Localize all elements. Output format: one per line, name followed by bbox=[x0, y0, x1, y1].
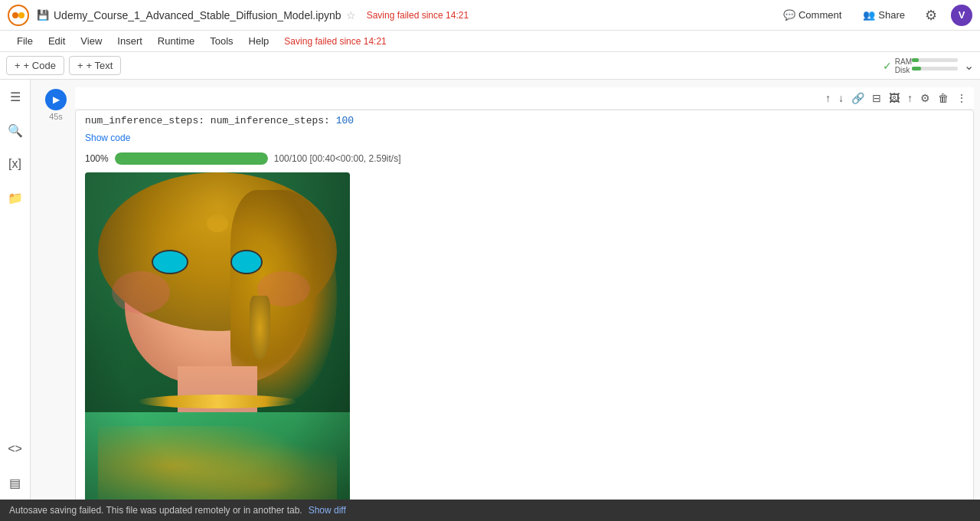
cell-code-line: num_inference_steps: num_inference_steps… bbox=[76, 110, 973, 131]
svg-point-2 bbox=[18, 12, 24, 18]
progress-bar-wrap bbox=[115, 152, 268, 165]
saving-status: Saving failed since 14:21 bbox=[367, 10, 469, 21]
settings-cell-icon[interactable]: ⚙ bbox=[918, 90, 933, 106]
expand-button[interactable]: ⌄ bbox=[964, 58, 974, 73]
main-area: ☰ 🔍 [x] 📁 <> ▤ ▶ 45s ↑ ↓ 🔗 ⊟ 🖼 ↑ bbox=[0, 80, 980, 500]
link-icon[interactable]: 🔗 bbox=[849, 90, 867, 106]
left-sidebar: ☰ 🔍 [x] 📁 <> ▤ bbox=[0, 80, 31, 500]
cell-run-time: 45s bbox=[49, 112, 63, 121]
toolbar-right: ✓ RAM Disk ⌄ bbox=[883, 57, 974, 74]
delete-cell-icon[interactable]: 🗑 bbox=[936, 90, 951, 106]
notebook-title[interactable]: Udemy_Course_1_Advanced_Stable_Diffusion… bbox=[54, 9, 341, 21]
saving-failed-status: Saving failed since 14:21 bbox=[284, 36, 386, 47]
sidebar-variable-icon[interactable]: [x] bbox=[5, 153, 26, 175]
progress-info: 100/100 [00:40<00:00, 2.59it/s] bbox=[274, 153, 401, 164]
sidebar-folder-icon[interactable]: 📁 bbox=[5, 187, 26, 208]
sidebar-menu-icon[interactable]: ☰ bbox=[5, 86, 26, 107]
comment-icon: 💬 bbox=[783, 9, 795, 21]
menu-file[interactable]: File bbox=[11, 34, 39, 48]
top-bar: 💾 Udemy_Course_1_Advanced_Stable_Diffusi… bbox=[0, 0, 980, 31]
comment-button[interactable]: 💬 Comment bbox=[777, 6, 848, 24]
user-avatar[interactable]: V bbox=[951, 5, 972, 26]
move-up-icon[interactable]: ↑ bbox=[823, 90, 833, 106]
menu-bar: File Edit View Insert Runtime Tools Help… bbox=[0, 31, 980, 52]
output-icon[interactable]: ⊟ bbox=[870, 90, 884, 106]
menu-help[interactable]: Help bbox=[243, 34, 276, 48]
progress-percent: 100% bbox=[85, 153, 109, 164]
toolbar: + + Code + + Text ✓ RAM Disk ⌄ bbox=[0, 52, 980, 80]
notebook-title-area: 💾 Udemy_Course_1_Advanced_Stable_Diffusi… bbox=[37, 9, 769, 21]
cell-wrapper: ▶ 45s ↑ ↓ 🔗 ⊟ 🖼 ↑ ⚙ 🗑 ⋮ bbox=[31, 86, 980, 500]
upload-icon[interactable]: ↑ bbox=[905, 90, 915, 106]
plus-text-icon: + bbox=[77, 60, 83, 71]
cell-body: num_inference_steps: num_inference_steps… bbox=[75, 110, 974, 500]
generated-image-wrap bbox=[76, 169, 973, 500]
star-icon[interactable]: ☆ bbox=[346, 9, 356, 21]
show-code-link[interactable]: Show code bbox=[76, 131, 973, 149]
check-icon: ✓ bbox=[883, 60, 892, 72]
add-code-button[interactable]: + + Code bbox=[6, 56, 64, 75]
disk-icon: 💾 bbox=[37, 9, 49, 21]
sidebar-code-icon[interactable]: <> bbox=[5, 438, 26, 460]
sidebar-terminal-icon[interactable]: ▤ bbox=[5, 472, 26, 493]
menu-insert[interactable]: Insert bbox=[111, 34, 149, 48]
move-down-icon[interactable]: ↓ bbox=[836, 90, 846, 106]
cell-left-actions: ▶ 45s bbox=[37, 87, 75, 121]
menu-edit[interactable]: Edit bbox=[42, 34, 71, 48]
colab-logo bbox=[8, 5, 29, 26]
notebook-content: ▶ 45s ↑ ↓ 🔗 ⊟ 🖼 ↑ ⚙ 🗑 ⋮ bbox=[31, 80, 980, 500]
top-right-actions: 💬 Comment 👥 Share ⚙ V bbox=[777, 5, 972, 26]
more-options-icon[interactable]: ⋮ bbox=[954, 90, 969, 106]
ram-disk-indicator: RAM Disk bbox=[895, 57, 958, 74]
settings-icon[interactable]: ⚙ bbox=[920, 5, 942, 26]
menu-view[interactable]: View bbox=[74, 34, 108, 48]
svg-point-1 bbox=[12, 12, 18, 18]
cell-container: ↑ ↓ 🔗 ⊟ 🖼 ↑ ⚙ 🗑 ⋮ num_inference_steps: n… bbox=[75, 87, 974, 500]
menu-runtime[interactable]: Runtime bbox=[152, 34, 201, 48]
menu-tools[interactable]: Tools bbox=[204, 34, 239, 48]
bottom-bar: Autosave saving failed. This file was up… bbox=[0, 500, 980, 521]
image-icon[interactable]: 🖼 bbox=[887, 90, 902, 106]
generated-image bbox=[85, 172, 350, 500]
run-button[interactable]: ▶ bbox=[45, 89, 67, 110]
share-icon: 👥 bbox=[863, 9, 875, 21]
plus-icon: + bbox=[15, 60, 21, 71]
autosave-message: Autosave saving failed. This file was up… bbox=[9, 505, 302, 516]
cell-toolbar: ↑ ↓ 🔗 ⊟ 🖼 ↑ ⚙ 🗑 ⋮ bbox=[75, 87, 974, 110]
share-button[interactable]: 👥 Share bbox=[857, 6, 911, 24]
progress-bar-fill bbox=[115, 152, 268, 165]
sidebar-search-icon[interactable]: 🔍 bbox=[5, 120, 26, 141]
add-text-button[interactable]: + + Text bbox=[69, 56, 121, 75]
progress-container: 100% 100/100 [00:40<00:00, 2.59it/s] bbox=[76, 149, 973, 169]
show-diff-link[interactable]: Show diff bbox=[309, 505, 346, 516]
